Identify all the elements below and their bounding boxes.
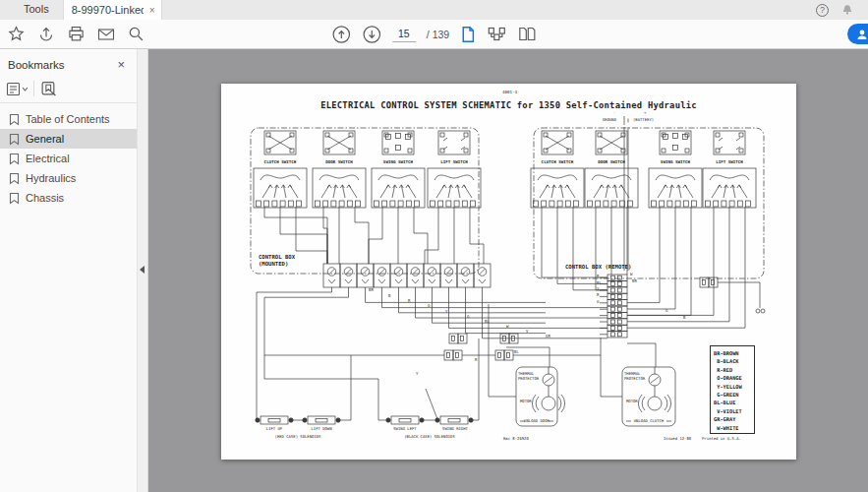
thermal-protector-label: THERMAL PROTECTOR <box>624 372 645 381</box>
battery-sign: + <box>644 111 646 116</box>
control-box-remote-label: CONTROL BOX (REMOTE) <box>565 264 631 271</box>
footer-ref: Rac 8-26920 <box>503 437 529 442</box>
search-icon[interactable] <box>128 26 145 42</box>
swing-left-label: SWING LEFT <box>386 427 424 432</box>
bookmarks-panel: Bookmarks × Table of Contents General <box>0 49 138 492</box>
wire-color-label: R <box>597 292 599 297</box>
close-tab-icon[interactable]: × <box>149 5 155 16</box>
print-icon[interactable] <box>68 26 85 42</box>
document-canvas[interactable]: 4001-4 ELECTRICAL CONTROL SYSTEM SCHEMAT… <box>148 49 868 492</box>
pdf-page: 4001-4 ELECTRICAL CONTROL SYSTEM SCHEMAT… <box>221 84 796 460</box>
bookmark-icon <box>9 113 20 126</box>
legend-line: R-RED <box>714 366 754 374</box>
panel-collapse-handle[interactable] <box>138 49 148 492</box>
sidebar-item-chassis[interactable]: Chassis <box>0 188 137 208</box>
wire-color-label: W <box>506 324 508 329</box>
page-number-input[interactable] <box>392 26 416 42</box>
legend-line: GR-GRAY <box>714 415 754 423</box>
legend-line: W-WHITE <box>714 424 754 432</box>
wire-color-label: BL <box>485 319 490 324</box>
wire-color-label: O <box>428 303 430 308</box>
wire-color-label: R <box>475 357 477 362</box>
bookmark-icon <box>9 172 20 185</box>
wire-color-label: BL <box>514 349 519 354</box>
switch-label: LIFT SWITCH <box>428 159 481 164</box>
legend-line: V-VIOLET <box>714 407 754 415</box>
legend-line: Y-YELLOW <box>714 383 754 391</box>
page-ref-number: 4001-4 <box>502 90 517 94</box>
single-page-view-icon[interactable] <box>460 26 476 43</box>
switch-label: DOOR SWITCH <box>585 159 638 164</box>
star-icon[interactable] <box>8 26 25 42</box>
lift-down-label: LIFT DOWN <box>304 427 339 432</box>
wire-color-label: Y <box>416 371 418 376</box>
bookmark-label: General <box>26 133 64 145</box>
switch-label: LIFT SWITCH <box>703 159 756 164</box>
main-toolbar: / 139 <box>0 20 868 49</box>
email-icon[interactable] <box>97 27 115 42</box>
close-panel-icon[interactable]: × <box>117 57 125 72</box>
footer-printed: Printed in U.S.A. <box>702 437 741 442</box>
share-upload-icon[interactable] <box>37 26 55 42</box>
page-down-icon[interactable] <box>362 25 381 44</box>
bookmark-options-icon[interactable] <box>6 82 28 96</box>
thermal-protector-label: THERMAL PROTECTOR <box>518 372 539 381</box>
tab-document[interactable]: 8-99970-Linked pdf... × <box>63 0 162 20</box>
lift-up-label: LIFT UP <box>260 427 288 432</box>
page-total-label: / 139 <box>427 29 449 40</box>
legend-line: O-ORANGE <box>714 374 754 382</box>
sidebar-item-electrical[interactable]: Electrical <box>0 149 137 168</box>
page-thumbnails-icon[interactable] <box>487 26 506 42</box>
switch-label: DOOR SWITCH <box>313 159 366 164</box>
battery-label: (BATTERY) <box>633 118 654 123</box>
tab-tools[interactable]: Tools <box>0 0 63 20</box>
switch-label: CLUTCH SWITCH <box>531 159 584 164</box>
tab-bar-spacer <box>162 0 816 20</box>
bookmark-label: Hydraulics <box>26 172 76 184</box>
wire-color-label: Y <box>445 309 447 314</box>
bookmark-label: Chassis <box>26 192 64 204</box>
page-up-icon[interactable] <box>331 25 351 44</box>
acrobat-window: Tools 8-99970-Linked pdf... × ? / 139 <box>0 0 868 492</box>
legend-line: BL-BLUE <box>714 399 754 406</box>
bookmarks-panel-title: Bookmarks <box>8 59 65 71</box>
wire-color-label: BL <box>597 280 602 285</box>
motor-label: MOTOR <box>520 400 532 404</box>
sidebar-item-table-of-contents[interactable]: Table of Contents <box>0 109 137 129</box>
wire-color-label: R <box>408 298 410 303</box>
two-page-view-icon[interactable] <box>517 26 537 42</box>
wire-color-label: O <box>597 299 599 304</box>
switch-label: SWING SWITCH <box>372 159 425 164</box>
sidebar-item-hydraulics[interactable]: Hydraulics <box>0 168 137 188</box>
account-avatar-button[interactable] <box>847 24 868 44</box>
bookmarks-list: Table of Contents General Electrical Hyd… <box>0 103 137 208</box>
new-bookmark-icon[interactable] <box>40 81 57 96</box>
wire-color-label: GR <box>546 334 550 338</box>
sidebar-item-general[interactable]: General <box>0 129 137 149</box>
wire-color-label: B <box>597 274 599 278</box>
black-case-solenoids-label: (BLACK CASE) SOLENOIDS <box>380 435 479 440</box>
bookmark-label: Electrical <box>26 153 70 164</box>
wire-color-legend: BR-BROWN B-BLACK R-RED O-ORANGE Y-YELLOW… <box>710 345 755 434</box>
ground-sign: - <box>613 111 615 116</box>
legend-line: BR-BROWN <box>714 349 754 357</box>
legend-line: B-BLACK <box>714 357 754 365</box>
red-case-solenoids-label: (RED CASE) SOLENOIDS <box>253 435 343 440</box>
switch-label: CLUTCH SWITCH <box>254 159 307 164</box>
document-tab-title: 8-99970-Linked pdf... <box>72 4 144 16</box>
help-icon[interactable]: ? <box>816 4 829 17</box>
bell-icon[interactable] <box>840 3 854 17</box>
collapse-left-icon <box>140 266 145 274</box>
bookmark-label: Table of Contents <box>26 113 110 125</box>
motor-label: MOTOR <box>626 400 638 404</box>
bookmark-icon <box>9 133 20 146</box>
wire-color-label: G <box>467 314 469 319</box>
wire-color-label: BR <box>632 278 637 283</box>
wire-color-label: V <box>526 329 528 334</box>
legend-line: G-GREEN <box>714 391 754 399</box>
swing-right-label: SWING RIGHT <box>435 427 475 432</box>
tab-bar: Tools 8-99970-Linked pdf... × ? <box>0 0 868 20</box>
bookmark-icon <box>9 153 20 165</box>
wire-color-label: B <box>388 293 390 298</box>
unload-clutch-label: UNLOAD CLUTCH <box>622 419 675 424</box>
